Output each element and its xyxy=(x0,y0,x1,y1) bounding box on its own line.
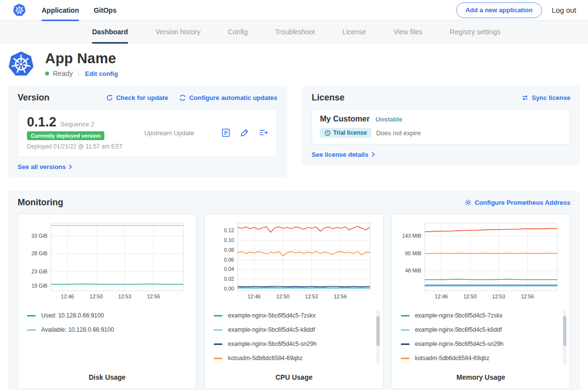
version-number: 0.1.2 xyxy=(27,116,56,129)
svg-text:23 GiB: 23 GiB xyxy=(31,268,48,274)
tab-view-files[interactable]: View files xyxy=(393,21,422,43)
auto-update-icon xyxy=(179,94,186,101)
chart-svg: 48 MiB95 MiB143 MiB12:4612:5012:5312:56 xyxy=(398,218,564,304)
cpu-usage-legend: example-nginx-5bc6f5d4c5-7zskxexample-ng… xyxy=(205,306,383,368)
configure-automatic-updates-label: Configure automatic updates xyxy=(189,94,277,101)
svg-text:12:53: 12:53 xyxy=(492,293,505,299)
cpu-usage-chart: 0.000.020.040.060.080.100.1212:4612:5012… xyxy=(205,218,383,306)
svg-text:33 GiB: 33 GiB xyxy=(31,233,48,239)
app-header: App Name Ready Edit config xyxy=(0,43,588,86)
legend-scrollbar[interactable] xyxy=(376,310,380,365)
edit-config-link[interactable]: Edit config xyxy=(85,70,118,77)
see-license-details-label: See license details xyxy=(312,151,368,158)
legend-color-dash xyxy=(214,358,222,359)
cpu-usage-title: CPU Usage xyxy=(205,368,383,389)
legend-scrollbar[interactable] xyxy=(563,310,566,365)
license-panel: License Sync license xyxy=(302,86,580,166)
svg-text:0.08: 0.08 xyxy=(224,247,234,253)
tab-registry-settings[interactable]: Registry settings xyxy=(450,21,500,43)
svg-text:0.02: 0.02 xyxy=(224,276,234,282)
upstream-update-label: Upstream Update xyxy=(144,129,194,137)
chart-svg: 0.000.020.040.060.080.100.1212:4612:5012… xyxy=(211,218,377,304)
svg-text:0.04: 0.04 xyxy=(224,266,234,272)
svg-text:19 GiB: 19 GiB xyxy=(31,283,48,289)
legend-item: kotsadm-5db6dc6584-69qbz xyxy=(401,351,561,366)
top-tab-application[interactable]: Application xyxy=(42,0,79,21)
memory-usage-card: 48 MiB95 MiB143 MiB12:4612:5012:5312:56 … xyxy=(392,214,570,389)
deployed-badge: Currently deployed version xyxy=(27,131,104,140)
tab-config[interactable]: Config xyxy=(228,21,247,43)
legend-label: Available: 10.128.0.66:9100 xyxy=(41,326,114,333)
see-license-details-link[interactable]: See license details xyxy=(312,151,375,158)
legend-color-dash xyxy=(401,315,410,317)
tab-troubleshoot[interactable]: Troubleshoot xyxy=(275,21,315,43)
memory-usage-title: Memory Usage xyxy=(392,368,570,389)
svg-text:12:53: 12:53 xyxy=(305,293,318,299)
add-application-button[interactable]: Add a new application xyxy=(456,2,542,18)
check-for-update-link[interactable]: Check for update xyxy=(106,94,168,101)
memory-usage-chart: 48 MiB95 MiB143 MiB12:4612:5012:5312:56 xyxy=(392,218,570,306)
logout-button[interactable]: Log out xyxy=(552,6,576,14)
kubernetes-logo-icon[interactable] xyxy=(13,3,26,17)
disk-usage-card: 19 GiB23 GiB28 GiB33 GiB12:4612:5012:531… xyxy=(18,214,196,389)
legend-item: example-nginx-5bc6f5d4c5-k8ddf xyxy=(214,323,374,337)
sync-license-link[interactable]: Sync license xyxy=(521,94,570,101)
version-sequence: Sequence 2 xyxy=(60,121,94,128)
app-sub-nav: Dashboard Version history Config Trouble… xyxy=(0,21,588,43)
clock-icon xyxy=(324,130,331,136)
top-tab-gitops[interactable]: GitOps xyxy=(94,0,117,21)
svg-text:48 MiB: 48 MiB xyxy=(405,268,421,273)
refresh-icon xyxy=(106,94,113,101)
see-all-versions-link[interactable]: See all versions xyxy=(18,163,72,171)
svg-text:12:56: 12:56 xyxy=(521,293,534,299)
deploy-logs-icon[interactable] xyxy=(258,128,268,138)
legend-scrollbar-thumb[interactable] xyxy=(563,316,566,345)
tab-version-history[interactable]: Version history xyxy=(155,21,200,43)
legend-color-dash xyxy=(214,329,222,331)
svg-text:12:50: 12:50 xyxy=(90,293,103,299)
legend-item: example-nginx-5bc6f5d4c5-sn29h xyxy=(401,337,561,351)
license-panel-title: License xyxy=(312,93,344,103)
chart-svg: 19 GiB23 GiB28 GiB33 GiB12:4612:5012:531… xyxy=(24,218,190,304)
license-expiration: Does not expire xyxy=(376,129,421,137)
configure-automatic-updates-link[interactable]: Configure automatic updates xyxy=(179,94,277,101)
disk-usage-chart: 19 GiB23 GiB28 GiB33 GiB12:4612:5012:531… xyxy=(18,218,196,306)
tab-license[interactable]: License xyxy=(343,21,366,43)
disk-usage-legend: Used: 10.128.0.66:9100Available: 10.128.… xyxy=(18,306,196,368)
legend-color-dash xyxy=(401,358,410,359)
deployed-timestamp: Deployed 01/21/22 @ 11:57 am EST xyxy=(27,143,122,150)
svg-text:12:50: 12:50 xyxy=(464,293,477,299)
license-channel: Unstable xyxy=(375,116,402,123)
svg-text:95 MiB: 95 MiB xyxy=(405,250,421,256)
svg-text:0.10: 0.10 xyxy=(224,237,234,243)
sync-license-label: Sync license xyxy=(532,94,570,101)
edit-config-icon[interactable] xyxy=(240,128,249,138)
svg-text:12:46: 12:46 xyxy=(248,293,261,299)
svg-text:12:56: 12:56 xyxy=(147,293,160,299)
legend-item: example-nginx-5bc6f5d4c5-7zskx xyxy=(214,309,374,323)
version-panel-title: Version xyxy=(18,93,49,103)
legend-color-dash xyxy=(401,343,410,345)
legend-scrollbar-thumb[interactable] xyxy=(376,316,380,345)
tab-dashboard[interactable]: Dashboard xyxy=(92,21,128,43)
monitoring-panel: Monitoring Configure Prometheus Address … xyxy=(8,191,580,390)
see-all-versions-label: See all versions xyxy=(18,163,66,171)
license-card: My Customer Unstable Trial license Does … xyxy=(312,109,570,145)
cpu-usage-card: 0.000.020.040.060.080.100.1212:4612:5012… xyxy=(204,214,383,389)
svg-text:12:53: 12:53 xyxy=(118,293,131,299)
legend-color-dash xyxy=(214,343,222,345)
legend-label: example-nginx-5bc6f5d4c5-k8ddf xyxy=(415,326,502,333)
configure-prometheus-link[interactable]: Configure Prometheus Address xyxy=(465,199,570,206)
svg-text:28 GiB: 28 GiB xyxy=(31,250,48,256)
legend-label: Used: 10.128.0.66:9100 xyxy=(41,312,104,319)
svg-text:143 MiB: 143 MiB xyxy=(402,233,421,239)
customer-name: My Customer xyxy=(320,115,369,123)
legend-item: example-nginx-5bc6f5d4c5-7zskx xyxy=(401,309,561,323)
version-panel: Version Check for update xyxy=(8,86,287,178)
svg-text:0.06: 0.06 xyxy=(224,257,234,263)
release-notes-icon[interactable] xyxy=(221,128,231,138)
legend-item: example-nginx-5bc6f5d4c5-sn29h xyxy=(214,337,374,351)
legend-label: example-nginx-5bc6f5d4c5-7zskx xyxy=(228,312,316,319)
legend-color-dash xyxy=(27,329,36,331)
memory-usage-legend: example-nginx-5bc6f5d4c5-7zskxexample-ng… xyxy=(392,306,570,368)
